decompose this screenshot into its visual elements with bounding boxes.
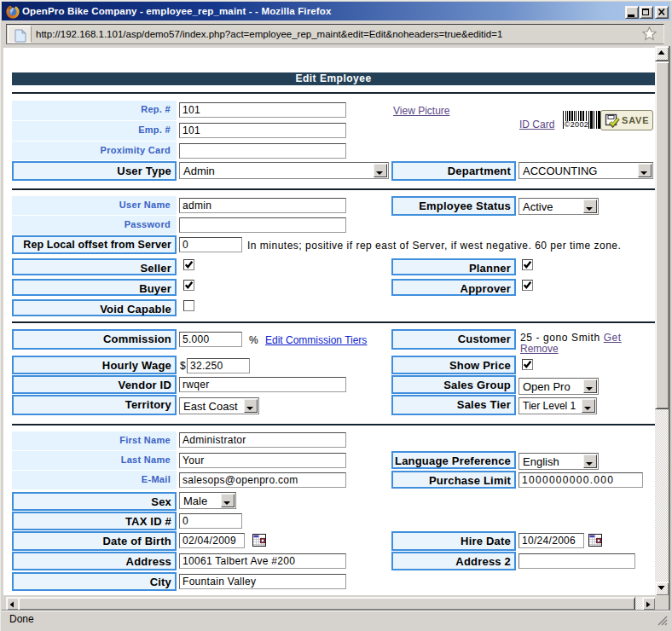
svg-text:©2002: ©2002 (565, 120, 588, 129)
